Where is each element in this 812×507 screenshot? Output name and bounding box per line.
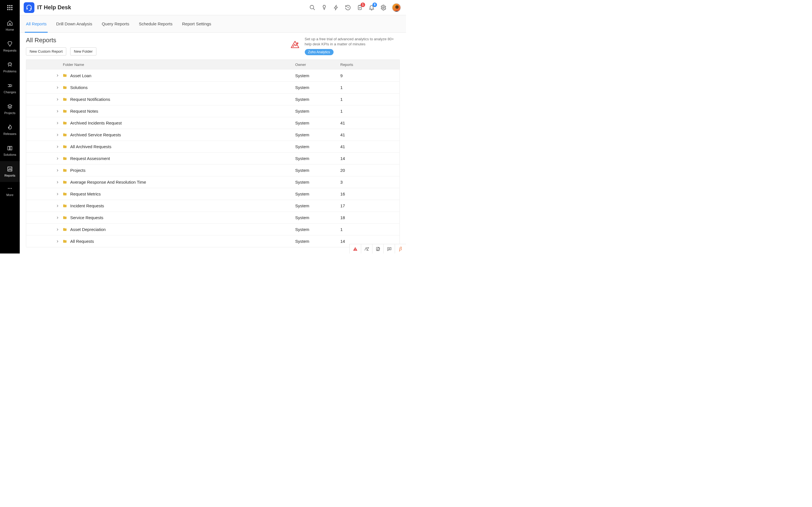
avatar-icon <box>393 4 401 12</box>
folder-owner: System <box>295 191 340 196</box>
tab-all-reports[interactable]: All Reports <box>26 15 47 33</box>
table-header: Folder Name Owner Reports <box>26 60 400 69</box>
folder-report-count: 1 <box>340 109 400 114</box>
zia-icon <box>364 246 370 252</box>
folder-icon <box>62 168 67 173</box>
history-button[interactable] <box>345 4 351 11</box>
folder-icon <box>62 86 67 90</box>
sidebar-item-more[interactable]: More <box>0 182 20 200</box>
sidebar-item-changes[interactable]: Changes <box>0 78 20 99</box>
promo-cta-button[interactable]: Zoho Analytics <box>305 49 334 55</box>
svg-point-9 <box>8 63 12 65</box>
tasks-button[interactable]: 1 <box>356 4 363 11</box>
folder-owner: System <box>295 227 340 232</box>
col-owner[interactable]: Owner <box>295 62 340 67</box>
folder-owner: System <box>295 215 340 220</box>
table-row[interactable]: Request NotesSystem1 <box>26 105 400 117</box>
folder-name: Request Assessment <box>70 156 110 161</box>
chevron-right-icon <box>56 168 59 172</box>
folder-owner: System <box>295 109 340 114</box>
table-row[interactable]: Incident RequestsSystem17 <box>26 200 400 212</box>
chevron-right-icon <box>56 133 59 137</box>
table-row[interactable]: All Archived RequestsSystem41 <box>26 140 400 152</box>
folder-report-count: 20 <box>340 168 400 173</box>
tray-compose-button[interactable] <box>372 244 384 254</box>
table-row[interactable]: All RequestsSystem14 <box>26 235 400 247</box>
folder-name: Asset Depreciation <box>70 227 106 232</box>
changes-icon <box>7 82 13 89</box>
table-row[interactable]: Request NotificationsSystem1 <box>26 93 400 105</box>
svg-point-20 <box>383 7 384 8</box>
new-custom-report-button[interactable]: New Custom Report <box>26 47 66 55</box>
table-row[interactable]: Archived Incidents RequestSystem41 <box>26 117 400 129</box>
svg-rect-7 <box>9 9 10 10</box>
quick-actions-button[interactable] <box>333 4 340 11</box>
sidebar-item-releases[interactable]: Releases <box>0 119 20 140</box>
folder-owner: System <box>295 180 340 184</box>
folder-icon <box>62 239 67 244</box>
folder-report-count: 41 <box>340 132 400 137</box>
table-row[interactable]: Request AssessmentSystem14 <box>26 152 400 164</box>
folder-report-count: 41 <box>340 144 400 149</box>
svg-point-15 <box>11 188 12 189</box>
settings-button[interactable] <box>380 4 387 11</box>
sidebar-item-label: Reports <box>4 174 15 177</box>
tray-beta-button[interactable]: β <box>395 244 406 254</box>
promo-text: Set up a free trial of advanced analytic… <box>305 37 400 47</box>
sidebar-item-home[interactable]: Home <box>0 15 20 36</box>
tabbar: All ReportsDrill Down AnalysisQuery Repo… <box>20 15 406 33</box>
folder-icon <box>62 121 67 125</box>
tray-assist-button[interactable] <box>361 244 372 254</box>
sidebar-item-problems[interactable]: Problems <box>0 57 20 78</box>
folder-icon <box>62 73 67 78</box>
sidebar-item-projects[interactable]: Projects <box>0 99 20 119</box>
svg-point-11 <box>10 63 11 64</box>
apps-grid-icon <box>7 5 13 10</box>
table-row[interactable]: Asset LoanSystem9 <box>26 69 400 81</box>
table-row[interactable]: Archived Service RequestsSystem41 <box>26 129 400 140</box>
folder-owner: System <box>295 121 340 125</box>
col-folder-name[interactable]: Folder Name <box>26 62 295 67</box>
app-logo[interactable] <box>24 2 35 13</box>
table-row[interactable]: Request MetricsSystem16 <box>26 188 400 200</box>
main: All Reports New Custom Report New Folder… <box>20 33 406 253</box>
sidebar-item-label: Problems <box>3 69 16 73</box>
tab-drill-down-analysis[interactable]: Drill Down Analysis <box>56 15 92 33</box>
svg-rect-4 <box>9 7 10 8</box>
tray-chat-button[interactable] <box>384 244 395 254</box>
table-row[interactable]: Asset DepreciationSystem1 <box>26 223 400 235</box>
notifications-button[interactable]: 8 <box>368 4 375 11</box>
table-row[interactable]: ProjectsSystem20 <box>26 164 400 176</box>
tab-schedule-reports[interactable]: Schedule Reports <box>139 15 172 33</box>
user-avatar[interactable] <box>392 3 401 12</box>
chevron-right-icon <box>56 216 59 220</box>
table-row[interactable]: Service RequestsSystem18 <box>26 212 400 223</box>
more-icon <box>7 185 13 191</box>
new-folder-button[interactable]: New Folder <box>70 47 96 55</box>
sidebar-item-requests[interactable]: Requests <box>0 36 20 57</box>
tab-report-settings[interactable]: Report Settings <box>182 15 211 33</box>
search-button[interactable] <box>309 4 316 11</box>
alert-triangle-icon <box>353 246 358 251</box>
chevron-right-icon <box>56 145 59 149</box>
tray-alerts-button[interactable] <box>350 244 361 254</box>
sidebar-item-solutions[interactable]: Solutions <box>0 140 20 161</box>
folder-report-count: 1 <box>340 227 400 232</box>
folder-report-count: 14 <box>340 156 400 161</box>
sidebar-item-label: More <box>6 193 13 196</box>
table-row[interactable]: SolutionsSystem1 <box>26 81 400 93</box>
tab-query-reports[interactable]: Query Reports <box>102 15 130 33</box>
app-title: IT Help Desk <box>37 4 71 11</box>
folder-name: Average Response And Resolution Time <box>70 180 146 184</box>
svg-point-10 <box>9 63 10 64</box>
pin-button[interactable] <box>321 4 327 11</box>
col-reports[interactable]: Reports <box>340 62 400 67</box>
folder-icon <box>62 192 67 196</box>
apps-launcher-button[interactable] <box>0 0 20 15</box>
table-row[interactable]: Average Response And Resolution TimeSyst… <box>26 176 400 188</box>
folder-owner: System <box>295 168 340 173</box>
folder-owner: System <box>295 144 340 149</box>
headset-icon <box>26 4 33 11</box>
sidebar-item-reports[interactable]: Reports <box>0 161 20 182</box>
folder-icon <box>62 180 67 184</box>
